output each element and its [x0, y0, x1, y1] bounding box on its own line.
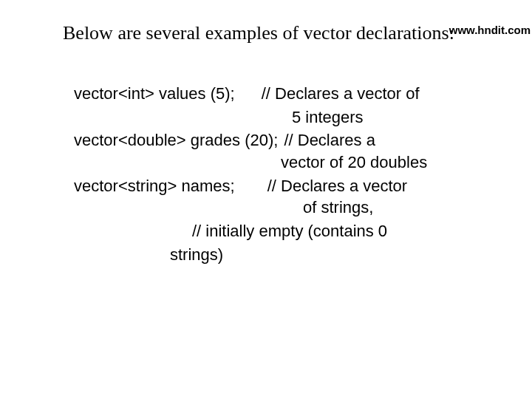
comment-string-a: // Declares a vector [267, 177, 408, 195]
comment-string-c: // initially empty (contains 0 [74, 220, 510, 242]
example-line-3: vector<string> names;// Declares a vecto… [74, 175, 510, 197]
intro-text: Below are several examples of vector dec… [63, 22, 454, 44]
comment-string-d: strings) [74, 244, 510, 266]
code-examples: vector<int> values (5);// Declares a vec… [74, 83, 510, 266]
example-line-2: vector<double> grades (20);// Declares a [74, 129, 510, 151]
comment-int-a: // Declares a vector of [262, 84, 420, 103]
declaration-string: vector<string> names; [74, 177, 235, 195]
comment-double-b: vector of 20 doubles [74, 151, 510, 174]
comment-double-a: // Declares a [284, 131, 375, 149]
comment-string-b: of strings, [74, 197, 510, 219]
example-line-1: vector<int> values (5);// Declares a vec… [74, 83, 510, 105]
watermark-text: www.hndit.com [449, 24, 531, 36]
declaration-int: vector<int> values (5); [74, 84, 235, 103]
declaration-double: vector<double> grades (20); [74, 131, 278, 149]
comment-int-b: 5 integers [74, 106, 510, 129]
